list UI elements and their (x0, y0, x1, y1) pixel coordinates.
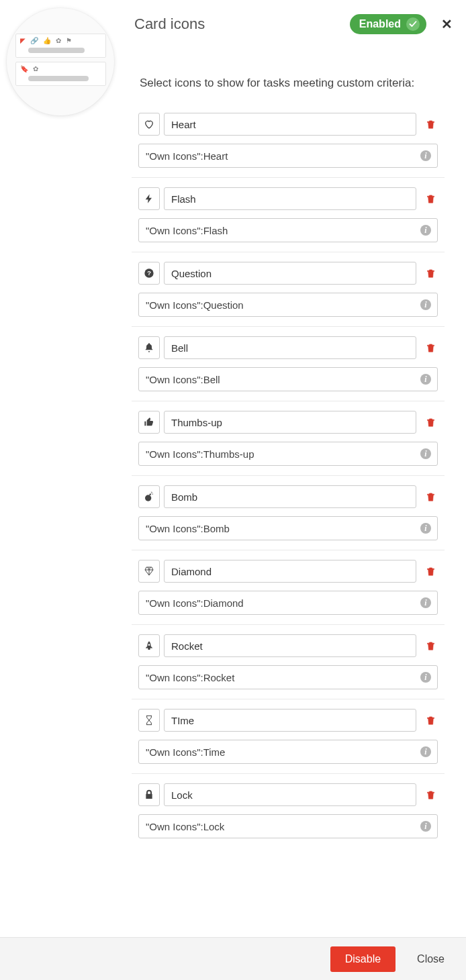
subtitle: Select icons to show for tasks meeting c… (140, 77, 466, 90)
criteria-input[interactable] (138, 367, 438, 391)
criteria-input[interactable] (138, 591, 438, 615)
rule-item: i (132, 699, 445, 774)
bell-icon[interactable] (138, 336, 160, 359)
rule-row-criteria: i (138, 591, 438, 615)
delete-icon[interactable] (423, 790, 438, 800)
rule-row-main (138, 113, 438, 136)
rule-row-main (138, 187, 438, 210)
rule-item: ?i (132, 252, 445, 327)
rule-item: i (132, 476, 445, 550)
icon-name-input[interactable] (164, 187, 416, 210)
check-icon (406, 17, 420, 31)
rule-row-main (138, 336, 438, 359)
rule-row-criteria: i (138, 740, 438, 764)
rule-row-criteria: i (138, 814, 438, 838)
rule-row-criteria: i (138, 367, 438, 391)
info-icon[interactable]: i (420, 672, 431, 683)
question-icon[interactable]: ? (138, 262, 160, 285)
rule-item: i (132, 178, 445, 252)
rule-item: i (132, 327, 445, 401)
rule-row-criteria: i (138, 442, 438, 466)
close-icon[interactable]: ✕ (441, 16, 453, 32)
enabled-label: Enabled (359, 18, 401, 30)
rule-row-main (138, 709, 438, 732)
icon-name-input[interactable] (164, 709, 416, 732)
delete-icon[interactable] (423, 268, 438, 279)
diamond-icon[interactable] (138, 560, 160, 583)
rule-row-main (138, 560, 438, 583)
rule-row-main: ? (138, 262, 438, 285)
rule-row-criteria: i (138, 144, 438, 168)
criteria-input[interactable] (138, 144, 438, 168)
delete-icon[interactable] (423, 492, 438, 502)
delete-icon[interactable] (423, 194, 438, 204)
gear-icon: ✿ (56, 37, 61, 44)
delete-icon[interactable] (423, 418, 438, 428)
criteria-input[interactable] (138, 740, 438, 764)
rule-item: i (132, 103, 445, 178)
icon-name-input[interactable] (164, 411, 416, 434)
criteria-input[interactable] (138, 218, 438, 242)
icon-name-input[interactable] (164, 485, 416, 508)
info-icon[interactable]: i (420, 597, 431, 608)
rule-item: i (132, 625, 445, 699)
preview-icons-row: ◤ 🔗 👍 ✿ ⚑ (20, 37, 101, 44)
rule-row-criteria: i (138, 293, 438, 317)
criteria-input[interactable] (138, 293, 438, 317)
icon-name-input[interactable] (164, 783, 416, 806)
link-icon: 🔗 (30, 37, 38, 44)
close-button[interactable]: Close (413, 952, 449, 966)
rules-list: ii?iiiiiiii (132, 103, 466, 848)
info-icon[interactable]: i (420, 523, 431, 534)
icon-name-input[interactable] (164, 634, 416, 657)
flash-icon[interactable] (138, 187, 160, 210)
enabled-badge: Enabled (350, 14, 426, 34)
criteria-input[interactable] (138, 516, 438, 540)
criteria-input[interactable] (138, 665, 438, 689)
lock-icon[interactable] (138, 783, 160, 806)
rule-item: i (132, 550, 445, 625)
thumbs-up-icon: 👍 (43, 37, 51, 44)
delete-icon[interactable] (423, 343, 438, 353)
info-icon[interactable]: i (420, 150, 431, 161)
icon-name-input[interactable] (164, 336, 416, 359)
delete-icon[interactable] (423, 641, 438, 651)
disable-button[interactable]: Disable (330, 946, 395, 972)
criteria-input[interactable] (138, 814, 438, 838)
info-icon[interactable]: i (420, 374, 431, 385)
info-icon[interactable]: i (420, 299, 431, 310)
dialog-footer: Disable Close (0, 937, 466, 980)
rocket-icon[interactable] (138, 634, 160, 657)
bomb-icon[interactable] (138, 485, 160, 508)
flag-icon: ⚑ (66, 37, 72, 44)
preview-card: ◤ 🔗 👍 ✿ ⚑ (15, 34, 106, 58)
dialog-header: ◤ 🔗 👍 ✿ ⚑ 🔖 ✿ Card icons Enabled (0, 0, 466, 36)
icon-name-input[interactable] (164, 113, 416, 136)
svg-text:?: ? (147, 270, 151, 277)
gear-icon: ✿ (33, 65, 38, 72)
criteria-input[interactable] (138, 442, 438, 466)
status-group: Enabled ✕ (350, 14, 453, 34)
info-icon[interactable]: i (420, 746, 431, 757)
rule-row-main (138, 783, 438, 806)
delete-icon[interactable] (423, 716, 438, 726)
delete-icon[interactable] (423, 567, 438, 577)
bookmark-icon: 🔖 (20, 65, 28, 72)
rule-row-criteria: i (138, 516, 438, 540)
preview-icons-row: 🔖 ✿ (20, 65, 101, 72)
rule-item: i (132, 774, 445, 848)
rule-row-main (138, 634, 438, 657)
info-icon[interactable]: i (420, 821, 431, 832)
icon-name-input[interactable] (164, 262, 416, 285)
info-icon[interactable]: i (420, 225, 431, 236)
heart-icon[interactable] (138, 113, 160, 136)
rule-row-main (138, 411, 438, 434)
delete-icon[interactable] (423, 119, 438, 130)
time-icon[interactable] (138, 709, 160, 732)
dialog-title: Card icons (134, 15, 205, 33)
title-area: Card icons Enabled ✕ (134, 12, 453, 36)
icon-name-input[interactable] (164, 560, 416, 583)
info-icon[interactable]: i (420, 448, 431, 459)
preview-card: 🔖 ✿ (15, 62, 106, 86)
thumbs-up-icon[interactable] (138, 411, 160, 434)
